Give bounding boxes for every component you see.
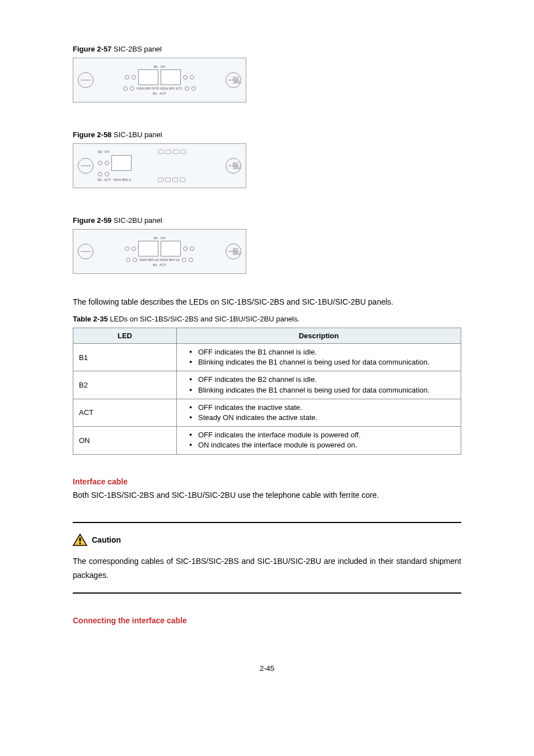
interface-cable-text: Both SIC-1BS/SIC-2BS and SIC-1BU/SIC-2BU… — [73, 491, 461, 500]
vent-icon — [173, 150, 179, 154]
port-icon — [138, 69, 158, 85]
port-icon — [161, 241, 181, 256]
led-icon — [98, 161, 102, 165]
vent-icon — [158, 178, 163, 182]
list-item: OFF indicates the B1 channel is idle. — [191, 347, 455, 357]
led-icon — [189, 258, 193, 262]
port-icon — [111, 155, 132, 171]
figure-59-caption: Figure 2-59 SIC-2BU panel — [73, 216, 461, 225]
page-number: 2-45 — [73, 664, 461, 673]
figure-58-label: Figure 2-58 — [73, 130, 111, 139]
svg-rect-2 — [79, 543, 81, 544]
list-item: Blinking indicates the B1 channel is bei… — [191, 385, 455, 395]
sic-1bu-panel-image: B2 ON B1 ACT ISDN BRI U — [73, 143, 246, 188]
led-icon — [190, 246, 194, 251]
svg-rect-1 — [79, 538, 81, 542]
table-header-led: LED — [73, 328, 177, 344]
led-icon — [123, 86, 128, 91]
led-name: B1 — [73, 344, 177, 371]
led-description: OFF indicates the inactive state. Steady… — [177, 399, 461, 426]
led-icon — [183, 75, 188, 80]
vent-icon — [158, 150, 164, 154]
sic-2bs-panel-image: B2 ON ISDN BRI S/T0 ISDN BRI S/T1 B1 ACT… — [73, 58, 246, 102]
figure-59-label: Figure 2-59 — [73, 216, 111, 225]
panel-type-label: SIC 2BS — [233, 76, 240, 84]
panel-screw-icon — [78, 244, 93, 259]
list-item: ON indicates the interface module is pow… — [191, 440, 455, 450]
table-35-label: Table 2-35 — [73, 315, 108, 323]
led-icon — [191, 86, 196, 91]
table-row: B2 OFF indicates the B2 channel is idle.… — [73, 371, 461, 399]
connecting-heading: Connecting the interface cable — [73, 616, 461, 625]
figure-57-label: Figure 2-57 — [73, 45, 111, 53]
led-icon — [98, 172, 102, 176]
led-name: B2 — [73, 371, 177, 399]
list-item: Blinking indicates the B1 channel is bei… — [191, 357, 455, 367]
led-icon — [133, 258, 137, 262]
figure-57-title: SIC-2BS panel — [114, 45, 162, 53]
led-icon — [183, 246, 188, 251]
list-item: OFF indicates the inactive state. — [191, 403, 455, 413]
table-header-description: Description — [177, 328, 461, 344]
led-name: ACT — [73, 399, 177, 426]
panel-screw-icon — [78, 158, 93, 174]
led-icon — [125, 75, 129, 80]
figure-58-caption: Figure 2-58 SIC-1BU panel — [73, 130, 461, 139]
vent-icon — [165, 178, 171, 182]
led-icon — [126, 258, 130, 262]
vent-icon — [172, 178, 178, 182]
intro-paragraph: The following table describes the LEDs o… — [73, 296, 461, 308]
led-icon — [130, 86, 134, 91]
led-table: LED Description B1 OFF indicates the B1 … — [73, 328, 461, 455]
caution-triangle-icon — [73, 533, 87, 547]
figure-58-title: SIC-1BU panel — [114, 130, 162, 139]
caution-block: Caution The corresponding cables of SIC-… — [73, 522, 461, 594]
led-description: OFF indicates the B2 channel is idle. Bl… — [177, 371, 461, 399]
table-row: ACT OFF indicates the inactive state. St… — [73, 399, 461, 426]
led-icon — [105, 161, 109, 165]
vent-icon — [180, 178, 185, 182]
table-row: ON OFF indicates the interface module is… — [73, 427, 461, 454]
led-icon — [182, 258, 186, 262]
table-row: B1 OFF indicates the B1 channel is idle.… — [73, 344, 461, 371]
panel-type-label: SIC 2BU — [232, 248, 240, 255]
port-icon — [138, 241, 158, 256]
led-description: OFF indicates the B1 channel is idle. Bl… — [177, 344, 461, 371]
caution-header: Caution — [73, 533, 461, 547]
caution-text: The corresponding cables of SIC-1BS/SIC-… — [73, 554, 461, 582]
led-icon — [105, 172, 109, 176]
table-35-caption: Table 2-35 LEDs on SIC-1BS/SIC-2BS and S… — [73, 315, 461, 323]
panel-type-label: SIC 1BU — [232, 162, 240, 170]
led-icon — [185, 86, 189, 91]
figure-59-title: SIC-2BU panel — [114, 216, 162, 225]
table-35-title: LEDs on SIC-1BS/SIC-2BS and SIC-1BU/SIC-… — [110, 315, 299, 323]
vent-icon — [166, 150, 171, 154]
port-icon — [161, 69, 181, 85]
panel-middle: B2 ON ISDN BRI U0 ISDN BRI U1 B1 ACT — [93, 236, 226, 267]
led-icon — [132, 75, 136, 80]
led-icon — [132, 246, 136, 251]
sic-2bu-panel-image: B2 ON ISDN BRI U0 ISDN BRI U1 B1 ACT SIC… — [73, 229, 246, 274]
led-name: ON — [73, 427, 177, 454]
led-icon — [190, 75, 194, 80]
panel-middle: B2 ON ISDN BRI S/T0 ISDN BRI S/T1 B1 ACT — [93, 65, 226, 95]
caution-label: Caution — [92, 535, 121, 544]
led-icon — [125, 246, 129, 251]
list-item: OFF indicates the B2 channel is idle. — [191, 375, 455, 385]
list-item: OFF indicates the interface module is po… — [191, 430, 455, 440]
vent-icon — [180, 150, 186, 154]
panel-screw-icon — [78, 72, 93, 88]
figure-57-caption: Figure 2-57 SIC-2BS panel — [73, 45, 461, 53]
panel-middle: B2 ON B1 ACT ISDN BRI U — [93, 150, 226, 182]
led-description: OFF indicates the interface module is po… — [177, 427, 461, 454]
interface-cable-heading: Interface cable — [73, 477, 461, 486]
list-item: Steady ON indicates the active state. — [191, 413, 455, 423]
